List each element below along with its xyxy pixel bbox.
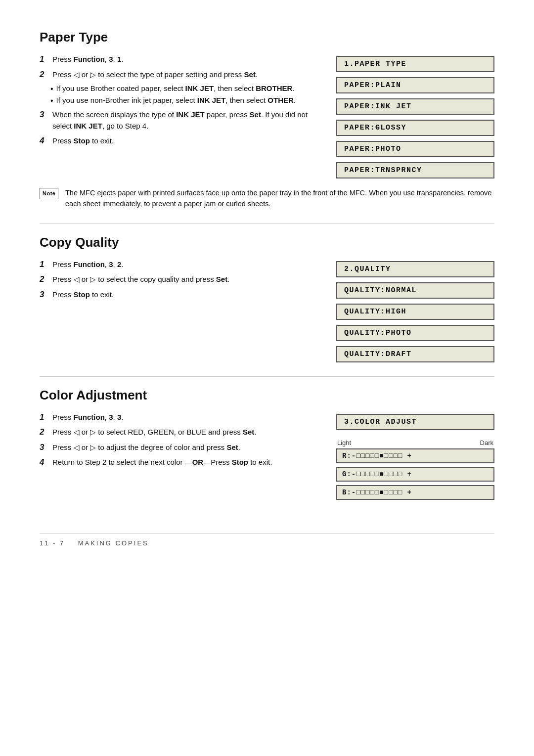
lcd-quality-normal: QUALITY:NORMAL xyxy=(336,282,494,299)
ca-step-1: 1 Press Function, 3, 3. xyxy=(40,412,321,423)
step-num-4: 4 xyxy=(40,136,48,146)
lcd-paper-glossy: PAPER:GLOSSY xyxy=(336,120,494,136)
bullet-text-2: If you use non-Brother ink jet paper, se… xyxy=(56,96,296,104)
cq-step-num-1: 1 xyxy=(40,260,48,269)
section-divider-2 xyxy=(40,376,494,377)
ca-step-4: 4 Return to Step 2 to select the next co… xyxy=(40,457,321,468)
page-number: 11 - 7 xyxy=(40,539,65,547)
cq-step-text-3: Press Stop to exit. xyxy=(52,289,114,301)
paper-type-step-1: 1 Press Function, 3, 1. xyxy=(40,54,321,65)
step-text-3: When the screen displays the type of INK… xyxy=(52,109,321,132)
paper-type-content: 1 Press Function, 3, 1. 2 Press ◁ or ▷ t… xyxy=(40,54,494,178)
lcd-quality: 2.QUALITY xyxy=(336,261,494,277)
lcd-green-bar: G:-□□□□□■□□□□ + xyxy=(336,467,494,482)
color-adjustment-lcd: 3.COLOR ADJUST Light Dark R:-□□□□□■□□□□ … xyxy=(336,412,494,503)
lcd-red-bar: R:-□□□□□■□□□□ + xyxy=(336,448,494,463)
paper-type-section: Paper Type 1 Press Function, 3, 1. 2 Pre… xyxy=(40,30,494,210)
lcd-paper-plain: PAPER:PLAIN xyxy=(336,77,494,93)
step-num-3: 3 xyxy=(40,110,48,120)
step-num-2: 2 xyxy=(40,70,48,80)
copy-quality-lcd-list: 2.QUALITY QUALITY:NORMAL QUALITY:HIGH QU… xyxy=(336,259,494,362)
paper-type-note: Note The MFC ejects paper with printed s… xyxy=(40,187,494,210)
cq-step-num-3: 3 xyxy=(40,290,48,300)
bullet-dot-2: • xyxy=(50,96,53,105)
step-text-4: Press Stop to exit. xyxy=(52,135,114,147)
ca-step-2: 2 Press ◁ or ▷ to select RED, GREEN, or … xyxy=(40,427,321,438)
cq-step-num-2: 2 xyxy=(40,274,48,284)
bullet-dot-1: • xyxy=(50,85,53,93)
section-divider-1 xyxy=(40,223,494,224)
lcd-paper-type: 1.PAPER TYPE xyxy=(336,56,494,72)
paper-type-left: 1 Press Function, 3, 1. 2 Press ◁ or ▷ t… xyxy=(40,54,321,178)
copy-quality-section: Copy Quality 1 Press Function, 3, 2. 2 P… xyxy=(40,235,494,362)
color-adjustment-title: Color Adjustment xyxy=(40,388,494,403)
paper-type-step-4: 4 Press Stop to exit. xyxy=(40,135,321,147)
lcd-quality-draft: QUALITY:DRAFT xyxy=(336,346,494,362)
paper-type-step-3: 3 When the screen displays the type of I… xyxy=(40,109,321,132)
lcd-paper-photo: PAPER:PHOTO xyxy=(336,141,494,157)
paper-type-step-2: 2 Press ◁ or ▷ to select the type of pap… xyxy=(40,69,321,81)
step-text-1: Press Function, 3, 1. xyxy=(52,54,123,65)
ca-step-num-2: 2 xyxy=(40,427,48,437)
color-adjustment-left: 1 Press Function, 3, 3. 2 Press ◁ or ▷ t… xyxy=(40,412,321,503)
paper-type-lcd-list: 1.PAPER TYPE PAPER:PLAIN PAPER:INK JET P… xyxy=(336,54,494,178)
footer-section: MAKING COPIES xyxy=(78,539,149,547)
ca-step-num-4: 4 xyxy=(40,457,48,467)
note-icon: Note xyxy=(40,188,58,199)
lcd-paper-inkjet: PAPER:INK JET xyxy=(336,98,494,115)
ca-step-text-3: Press ◁ or ▷ to adjust the degree of col… xyxy=(52,442,240,453)
paper-type-bullets: • If you use Brother coated paper, selec… xyxy=(50,84,321,105)
color-adjustment-content: 1 Press Function, 3, 3. 2 Press ◁ or ▷ t… xyxy=(40,412,494,503)
lcd-color-adjust: 3.COLOR ADJUST xyxy=(336,414,494,430)
lcd-quality-high: QUALITY:HIGH xyxy=(336,304,494,320)
copy-quality-content: 1 Press Function, 3, 2. 2 Press ◁ or ▷ t… xyxy=(40,259,494,362)
ca-step-3: 3 Press ◁ or ▷ to adjust the degree of c… xyxy=(40,442,321,453)
ca-step-num-3: 3 xyxy=(40,443,48,452)
color-adjust-bars: Light Dark R:-□□□□□■□□□□ + G:-□□□□□■□□□□… xyxy=(336,439,494,503)
bullet-item-1: • If you use Brother coated paper, selec… xyxy=(50,84,321,93)
lcd-paper-trnsprncy: PAPER:TRNSPRNCY xyxy=(336,162,494,178)
cq-step-text-1: Press Function, 3, 2. xyxy=(52,259,123,270)
cq-step-1: 1 Press Function, 3, 2. xyxy=(40,259,321,270)
cq-step-2: 2 Press ◁ or ▷ to select the copy qualit… xyxy=(40,274,321,285)
copy-quality-left: 1 Press Function, 3, 2. 2 Press ◁ or ▷ t… xyxy=(40,259,321,362)
paper-type-title: Paper Type xyxy=(40,30,494,45)
bullet-text-1: If you use Brother coated paper, select … xyxy=(56,84,295,92)
note-text: The MFC ejects paper with printed surfac… xyxy=(65,187,494,210)
dark-label: Dark xyxy=(480,439,493,446)
lcd-blue-bar: B:-□□□□□■□□□□ + xyxy=(336,485,494,500)
ca-step-text-2: Press ◁ or ▷ to select RED, GREEN, or BL… xyxy=(52,427,256,438)
color-adjustment-section: Color Adjustment 1 Press Function, 3, 3.… xyxy=(40,388,494,503)
lcd-quality-photo: QUALITY:PHOTO xyxy=(336,325,494,341)
step-text-2: Press ◁ or ▷ to select the type of paper… xyxy=(52,69,258,81)
light-dark-labels: Light Dark xyxy=(336,439,494,446)
step-num-1: 1 xyxy=(40,54,48,64)
ca-step-text-1: Press Function, 3, 3. xyxy=(52,412,123,423)
copy-quality-title: Copy Quality xyxy=(40,235,494,250)
ca-step-num-1: 1 xyxy=(40,412,48,422)
page-footer: 11 - 7 MAKING COPIES xyxy=(40,533,494,547)
bullet-item-2: • If you use non-Brother ink jet paper, … xyxy=(50,96,321,105)
cq-step-3: 3 Press Stop to exit. xyxy=(40,289,321,301)
light-label: Light xyxy=(337,439,351,446)
ca-step-text-4: Return to Step 2 to select the next colo… xyxy=(52,457,272,468)
cq-step-text-2: Press ◁ or ▷ to select the copy quality … xyxy=(52,274,229,285)
